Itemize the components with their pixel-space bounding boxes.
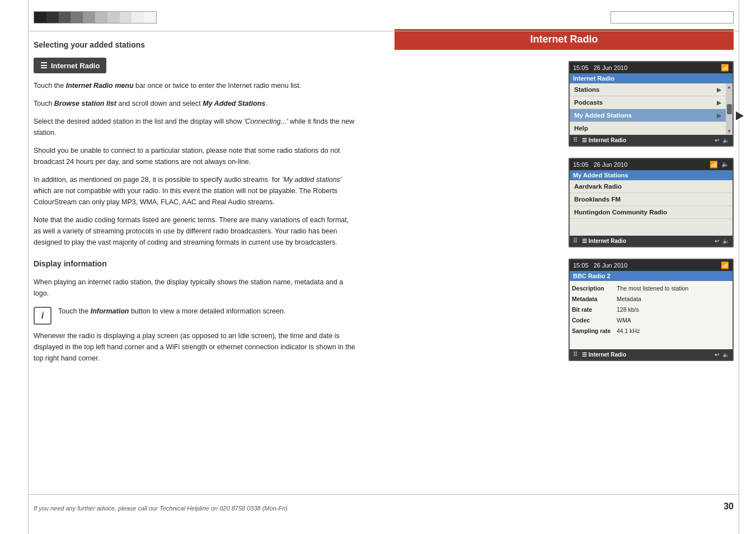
- label-codec: Codec: [572, 315, 617, 326]
- scroll-down-arrow: ▼: [727, 129, 731, 134]
- screen1-wifi: 📶: [721, 64, 729, 72]
- info-icon: i: [34, 307, 51, 325]
- info-box: i Touch the Information button to view a…: [34, 306, 355, 325]
- label-metadata: Metadata: [572, 294, 617, 305]
- para6: Note that the audio coding formats liste…: [34, 214, 355, 248]
- menu-item-help[interactable]: Help: [570, 122, 726, 135]
- menu-item-my-added[interactable]: My Added Stations ▶: [570, 109, 726, 122]
- left-top-rule: [28, 31, 378, 31]
- screen1-header: 15:05 26 Jun 2010 📶: [570, 62, 732, 73]
- screen1-subheader: Internet Radio: [570, 73, 732, 83]
- station-aardvark-label: Aardvark Radio: [574, 183, 622, 190]
- station-huntingdon[interactable]: Huntingdon Community Radio: [570, 206, 732, 219]
- right-bottom-rule: [378, 494, 739, 495]
- menu-icon: ☰: [40, 61, 48, 70]
- cursor-arrow: [736, 111, 744, 120]
- section1-title: Selecting your added stations: [34, 40, 355, 49]
- section2-title: Display information: [34, 259, 355, 268]
- screen2-time: 15:05 26 Jun 2010: [573, 161, 627, 168]
- screen1-footer-icons: ⠿ ☰ Internet Radio: [573, 137, 626, 144]
- para7: When playing an internet radio station, …: [34, 277, 355, 299]
- screen2: 15:05 26 Jun 2010 📶 🔈 My Added Stations …: [569, 158, 734, 247]
- para4: Should you be unable to connect to a par…: [34, 145, 355, 167]
- scroll-up-arrow: ▲: [727, 85, 731, 90]
- screen3-footer-icons: ⠿ ☰ Internet Radio: [573, 351, 626, 358]
- screen2-header: 15:05 26 Jun 2010 📶 🔈: [570, 159, 732, 170]
- screen3-vol-icon: 🔈: [722, 352, 729, 358]
- menu-arrow-stations: ▶: [717, 87, 721, 93]
- menu-item-stations[interactable]: Stations ▶: [570, 83, 726, 96]
- screen2-vol-icon: 🔈: [722, 238, 729, 244]
- screen2-footer-label: ☰ Internet Radio: [582, 238, 626, 244]
- screen1-footer-label: ☰ Internet Radio: [582, 137, 626, 143]
- screen1-menu: Stations ▶ Podcasts ▶ My Added Stations …: [570, 83, 732, 135]
- label-sampling: Sampling rate: [572, 326, 617, 336]
- right-vertical-rule: [739, 0, 739, 534]
- screen3-header: 15:05 26 Jun 2010 📶: [570, 260, 732, 271]
- screen3-menu-icon: ⠿: [573, 351, 577, 358]
- page-number: 30: [724, 502, 734, 512]
- screen3-subheader: BBC Radio 2: [570, 271, 732, 281]
- screen1: 15:05 26 Jun 2010 📶 Internet Radio Stati…: [569, 61, 734, 147]
- station-brooklands[interactable]: Brooklands FM: [570, 193, 732, 206]
- screen2-back-icon: ↩: [715, 238, 719, 244]
- footer-text: If you need any further advice, please c…: [34, 505, 355, 512]
- color-bar-left: [34, 11, 157, 24]
- menu-item-stations-label: Stations: [574, 86, 599, 93]
- para3: Select the desired added station in the …: [34, 116, 355, 138]
- menu-item-podcasts-label: Podcasts: [574, 99, 603, 106]
- left-bottom-rule: [28, 494, 378, 495]
- station-aardvark[interactable]: Aardvark Radio: [570, 180, 732, 193]
- screen1-vol-icon: 🔈: [722, 137, 729, 143]
- ir-badge: ☰ Internet Radio: [34, 58, 106, 73]
- screen3-values: The most listened to station Metadata 12…: [617, 283, 730, 336]
- screen1-footer-controls: ↩ 🔈: [715, 137, 729, 143]
- screen3-footer-controls: ↩ 🔈: [715, 352, 729, 358]
- right-top-rule: [378, 31, 739, 31]
- color-bar-right: [611, 11, 734, 24]
- menu-item-podcasts[interactable]: Podcasts ▶: [570, 96, 726, 109]
- station-brooklands-label: Brooklands FM: [574, 196, 621, 203]
- para5: In addition, as mentioned on page 28, it…: [34, 174, 355, 208]
- screen2-header-right: 📶 🔈: [710, 161, 729, 168]
- right-section-header: Internet Radio: [395, 29, 734, 50]
- menu-arrow-podcasts: ▶: [717, 100, 721, 106]
- screen1-time: 15:05 26 Jun 2010: [573, 64, 627, 71]
- value-description: The most listened to station: [617, 283, 730, 294]
- value-sampling: 44.1 kHz: [617, 326, 730, 336]
- value-metadata: Metadata: [617, 294, 730, 305]
- screen1-menu-icon: ⠿: [573, 137, 577, 144]
- screen2-footer-icons: ⠿ ☰ Internet Radio: [573, 237, 626, 245]
- left-vertical-rule: [28, 0, 29, 534]
- info-text: Touch the Information button to view a m…: [58, 306, 285, 317]
- ir-badge-label: Internet Radio: [51, 62, 100, 70]
- screen3-labels: Description Metadata Bit rate Codec Samp…: [572, 283, 617, 336]
- screen2-wifi: 📶: [710, 161, 718, 168]
- menu-item-my-added-label: My Added Stations: [574, 112, 632, 119]
- screen2-vol: 🔈: [721, 161, 729, 168]
- screen2-menu: Aardvark Radio Brooklands FM Huntingdon …: [570, 180, 732, 236]
- screen3-padding: [570, 338, 732, 349]
- menu-arrow-my-added: ▶: [717, 113, 721, 119]
- menu-item-help-label: Help: [574, 125, 588, 132]
- para8: Whenever the radio is displaying a play …: [34, 330, 355, 364]
- screen3-wifi: 📶: [721, 261, 729, 269]
- scroll-thumb: [727, 104, 732, 114]
- device-screens: 15:05 26 Jun 2010 📶 Internet Radio Stati…: [395, 61, 734, 361]
- screen3-footer-label: ☰ Internet Radio: [582, 352, 626, 358]
- para2: Touch Browse station list and scroll dow…: [34, 98, 355, 109]
- screen3-footer: ⠿ ☰ Internet Radio ↩ 🔈: [570, 349, 732, 360]
- screen3-time: 15:05 26 Jun 2010: [573, 262, 627, 269]
- para1: Touch the Internet Radio menu bar once o…: [34, 80, 355, 91]
- screen1-scrollbar[interactable]: ▲ ▼: [726, 83, 732, 135]
- value-bitrate: 128 kb/s: [617, 305, 730, 315]
- screen3-info: Description Metadata Bit rate Codec Samp…: [570, 281, 732, 338]
- screen2-empty-space: [570, 219, 732, 236]
- screen2-footer: ⠿ ☰ Internet Radio ↩ 🔈: [570, 236, 732, 246]
- screen3: 15:05 26 Jun 2010 📶 BBC Radio 2 Descript…: [569, 259, 734, 361]
- screen2-subheader: My Added Stations: [570, 170, 732, 180]
- screen2-menu-icon: ⠿: [573, 237, 577, 245]
- screen2-footer-controls: ↩ 🔈: [715, 238, 729, 244]
- screen1-back-icon: ↩: [715, 137, 719, 143]
- screen1-footer: ⠿ ☰ Internet Radio ↩ 🔈: [570, 135, 732, 146]
